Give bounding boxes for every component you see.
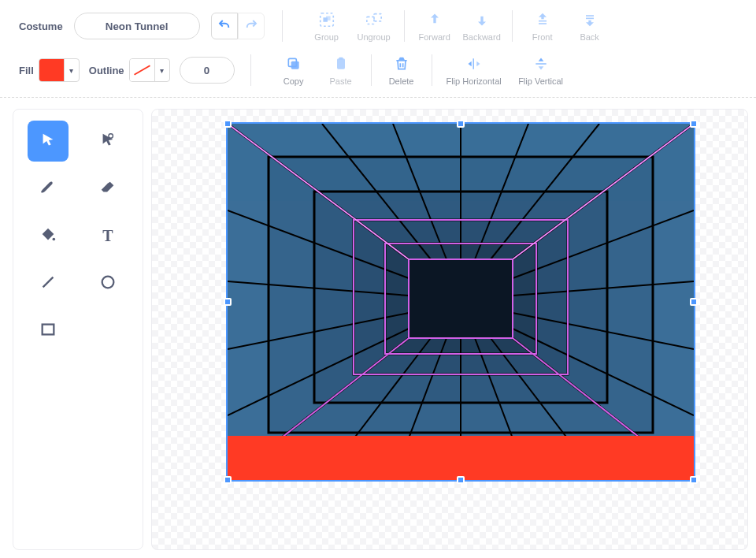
- reshape-icon: [99, 132, 117, 151]
- outline-label: Outline: [89, 65, 124, 76]
- separator: [432, 54, 432, 86]
- circle-icon: [99, 273, 117, 293]
- resize-handle-br[interactable]: [690, 476, 698, 484]
- flip-horizontal-icon: [465, 54, 484, 73]
- separator: [250, 54, 251, 86]
- tool-eraser[interactable]: [87, 168, 128, 209]
- outline-color-chip: [130, 59, 155, 81]
- back-icon: [580, 10, 599, 29]
- undo-redo-group: [211, 13, 265, 39]
- paste-label: Paste: [329, 76, 351, 86]
- flip-horizontal-button[interactable]: Flip Horizontal: [439, 54, 510, 86]
- canvas[interactable]: [151, 109, 748, 550]
- front-button[interactable]: Front: [519, 10, 566, 42]
- outline-swatch[interactable]: ▾: [129, 58, 170, 82]
- forward-button[interactable]: Forward: [411, 10, 458, 42]
- copy-icon: [284, 54, 303, 73]
- edit-actions: Copy Paste Delete Flip Horizontal: [270, 54, 573, 86]
- bucket-icon: [39, 226, 57, 246]
- backward-label: Backward: [462, 32, 500, 42]
- tool-fill[interactable]: [28, 215, 69, 256]
- separator: [371, 54, 372, 86]
- svg-rect-8: [586, 18, 594, 20]
- redo-button[interactable]: [238, 13, 265, 39]
- costume-label: Costume: [19, 20, 63, 32]
- svg-rect-2: [326, 16, 331, 20]
- resize-handle-tm[interactable]: [457, 120, 465, 128]
- outline-width-field[interactable]: [180, 57, 235, 84]
- flip-vertical-label: Flip Vertical: [518, 76, 563, 86]
- tool-reshape[interactable]: [87, 121, 128, 162]
- tool-line[interactable]: [28, 262, 69, 303]
- chevron-down-icon: ▾: [155, 66, 169, 75]
- ungroup-icon: [365, 10, 384, 29]
- forward-icon: [425, 10, 444, 29]
- svg-line-15: [43, 277, 54, 287]
- tool-text[interactable]: T: [87, 215, 128, 256]
- front-label: Front: [532, 32, 553, 42]
- svg-rect-11: [337, 58, 345, 69]
- svg-rect-6: [539, 23, 547, 24]
- editor-top-row-1: Costume Group Ungroup: [0, 0, 756, 50]
- flip-horizontal-label: Flip Horizontal: [446, 76, 501, 86]
- flip-vertical-button[interactable]: Flip Vertical: [510, 54, 573, 86]
- drawing-content: [228, 124, 694, 480]
- undo-button[interactable]: [211, 13, 238, 39]
- svg-rect-17: [43, 324, 54, 334]
- fill-label: Fill: [19, 65, 34, 76]
- tool-rectangle[interactable]: [28, 310, 69, 351]
- line-icon: [39, 273, 57, 293]
- undo-icon: [217, 18, 232, 35]
- paste-button[interactable]: Paste: [317, 54, 365, 86]
- delete-label: Delete: [389, 76, 414, 86]
- resize-handle-tr[interactable]: [690, 120, 698, 128]
- eraser-icon: [99, 179, 117, 199]
- fill-color-chip: [39, 59, 65, 81]
- resize-handle-tl[interactable]: [224, 120, 232, 128]
- group-icon: [317, 10, 336, 29]
- separator: [282, 10, 283, 42]
- back-label: Back: [580, 32, 598, 42]
- costume-name-field[interactable]: [74, 13, 200, 39]
- flip-vertical-icon: [532, 54, 550, 73]
- resize-handle-bm[interactable]: [457, 476, 465, 484]
- group-button[interactable]: Group: [303, 10, 350, 42]
- resize-handle-mr[interactable]: [690, 298, 698, 306]
- back-button[interactable]: Back: [566, 10, 613, 42]
- ungroup-label: Ungroup: [358, 32, 391, 42]
- tool-select[interactable]: [28, 121, 69, 162]
- tool-brush[interactable]: [28, 168, 69, 209]
- svg-rect-5: [539, 20, 547, 22]
- resize-handle-ml[interactable]: [224, 298, 232, 306]
- backward-button[interactable]: Backward: [458, 10, 506, 42]
- front-icon: [533, 10, 552, 29]
- copy-button[interactable]: Copy: [270, 54, 317, 86]
- separator: [512, 10, 513, 42]
- svg-rect-9: [291, 61, 298, 69]
- svg-rect-4: [374, 14, 381, 21]
- selected-object[interactable]: [228, 124, 694, 480]
- outline-width-input[interactable]: [191, 64, 223, 77]
- editor-top-row-2: Fill ▾ Outline ▾ Copy Paste: [0, 50, 756, 97]
- resize-handle-bl[interactable]: [224, 476, 232, 484]
- work-area: T: [0, 98, 756, 550]
- delete-button[interactable]: Delete: [378, 54, 425, 86]
- costume-name-input[interactable]: [78, 20, 196, 33]
- cursor-icon: [39, 132, 57, 151]
- rectangle-icon: [39, 321, 57, 340]
- ungroup-button[interactable]: Ungroup: [350, 10, 398, 42]
- fill-swatch[interactable]: ▾: [39, 58, 80, 82]
- tool-palette: T: [13, 109, 143, 550]
- tool-circle[interactable]: [87, 262, 128, 303]
- outline-control: Outline ▾: [89, 58, 170, 82]
- forward-label: Forward: [418, 32, 450, 42]
- svg-point-13: [109, 133, 113, 138]
- svg-rect-24: [409, 259, 513, 338]
- trash-icon: [392, 54, 411, 73]
- svg-rect-3: [366, 17, 373, 24]
- fill-control: Fill ▾: [19, 58, 80, 82]
- redo-icon: [244, 18, 258, 35]
- chevron-down-icon: ▾: [65, 66, 79, 75]
- separator: [404, 10, 405, 42]
- svg-rect-12: [339, 58, 343, 60]
